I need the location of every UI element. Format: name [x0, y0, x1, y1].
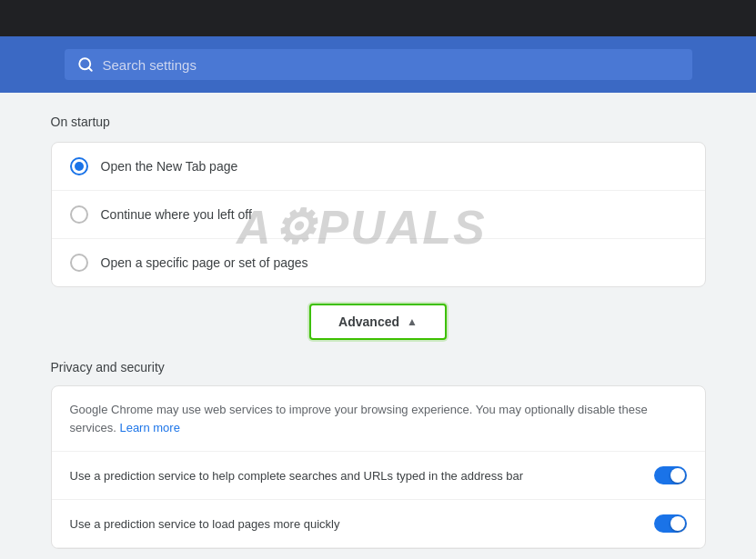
privacy-description-item: Google Chrome may use web services to im… — [52, 386, 705, 452]
privacy-section-title: Privacy and security — [51, 360, 706, 374]
advanced-arrow-icon: ▲ — [407, 315, 418, 328]
top-bar — [0, 0, 756, 36]
startup-option-1-label: Open the New Tab page — [101, 159, 238, 174]
privacy-toggle-2[interactable] — [654, 514, 687, 533]
startup-option-3-label: Open a specific page or set of pages — [101, 255, 308, 270]
startup-section-title: On startup — [51, 115, 706, 129]
advanced-button-label: Advanced — [338, 314, 399, 329]
main-content: On startup Open the New Tab page Continu… — [33, 93, 724, 559]
privacy-toggle-row-1: Use a prediction service to help complet… — [52, 452, 705, 500]
startup-option-2-label: Continue where you left off — [101, 207, 252, 222]
advanced-button-wrap: Advanced ▲ — [51, 304, 706, 340]
privacy-toggle-1-label: Use a prediction service to help complet… — [70, 469, 636, 483]
advanced-button[interactable]: Advanced ▲ — [309, 304, 447, 340]
svg-line-1 — [88, 67, 91, 70]
privacy-card: Google Chrome may use web services to im… — [51, 385, 706, 549]
privacy-toggle-1[interactable] — [654, 466, 687, 484]
privacy-toggle-row-2: Use a prediction service to load pages m… — [52, 500, 705, 548]
search-icon — [77, 56, 94, 73]
radio-circle-1[interactable] — [70, 157, 88, 175]
privacy-toggle-2-label: Use a prediction service to load pages m… — [70, 517, 636, 531]
startup-option-2[interactable]: Continue where you left off — [52, 191, 705, 239]
startup-option-3[interactable]: Open a specific page or set of pages — [52, 239, 705, 286]
search-bar[interactable]: Search settings — [65, 49, 692, 80]
radio-circle-2[interactable] — [70, 205, 88, 224]
search-bar-area: Search settings — [0, 36, 756, 93]
radio-circle-3[interactable] — [70, 254, 88, 272]
learn-more-link[interactable]: Learn more — [119, 421, 179, 434]
privacy-description-text: Google Chrome may use web services to im… — [70, 403, 648, 434]
startup-option-1[interactable]: Open the New Tab page — [52, 143, 705, 191]
search-input[interactable]: Search settings — [103, 57, 680, 73]
startup-options-card: Open the New Tab page Continue where you… — [51, 142, 706, 287]
